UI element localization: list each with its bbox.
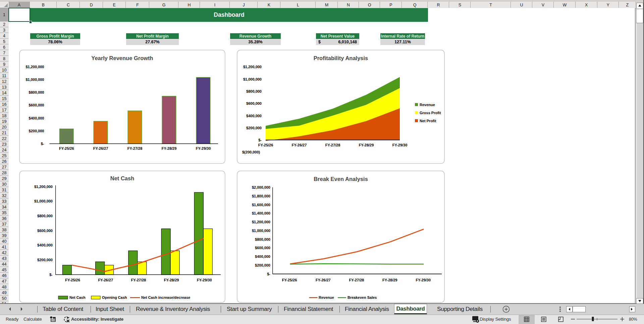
svg-text:$1,400,000: $1,400,000 [252, 211, 270, 215]
svg-text:$600,000: $600,000 [255, 246, 270, 250]
svg-text:$1,800,000: $1,800,000 [252, 194, 270, 198]
svg-text:$200,000: $200,000 [246, 126, 262, 130]
svg-text:Yearly Revenue Growth: Yearly Revenue Growth [91, 55, 153, 61]
svg-text:FY-27/28: FY-27/28 [349, 278, 364, 282]
svg-text:Net Profit: Net Profit [420, 119, 436, 123]
svg-text:FY-26/27: FY-26/27 [93, 146, 108, 150]
svg-text:$1,600,000: $1,600,000 [252, 203, 270, 207]
svg-text:FY-29/30: FY-29/30 [392, 143, 408, 147]
svg-text:FY-28/29: FY-28/29 [164, 278, 179, 282]
svg-text:$-: $- [49, 273, 53, 277]
svg-text:Net Cash: Net Cash [69, 295, 86, 299]
svg-text:$800,000: $800,000 [246, 89, 262, 93]
svg-text:$200,000: $200,000 [29, 129, 44, 133]
svg-text:FY-26/27: FY-26/27 [316, 278, 331, 282]
svg-text:$1,000,000: $1,000,000 [243, 77, 262, 81]
svg-text:Revenue: Revenue [420, 103, 435, 107]
svg-text:$400,000: $400,000 [255, 254, 270, 259]
svg-text:Revenue: Revenue [319, 295, 334, 299]
svg-text:FY-26/27: FY-26/27 [98, 278, 113, 282]
svg-text:$-: $- [41, 142, 44, 146]
svg-text:$400,000: $400,000 [246, 114, 262, 118]
svg-text:FY-28/29: FY-28/29 [382, 278, 397, 282]
svg-text:$800,000: $800,000 [255, 237, 270, 241]
svg-text:FY-26/27: FY-26/27 [292, 143, 307, 147]
svg-text:FY-28/29: FY-28/29 [359, 143, 374, 147]
svg-text:FY-29/30: FY-29/30 [197, 278, 212, 282]
svg-text:$-: $- [267, 272, 270, 276]
svg-text:Net Cash increase/decrease: Net Cash increase/decrease [141, 295, 190, 299]
svg-text:$1,000,000: $1,000,000 [34, 199, 53, 203]
svg-text:$400,000: $400,000 [29, 116, 44, 120]
svg-text:$1,000,000: $1,000,000 [25, 78, 44, 82]
svg-text:FY-29/30: FY-29/30 [416, 278, 431, 282]
svg-text:$400,000: $400,000 [37, 243, 53, 247]
svg-text:$1,200,000: $1,200,000 [25, 65, 44, 69]
svg-text:$800,000: $800,000 [29, 90, 44, 94]
svg-text:Gross Profit: Gross Profit [420, 111, 441, 115]
svg-text:Breakeven Sales: Breakeven Sales [347, 295, 377, 299]
svg-text:Opening Cash: Opening Cash [102, 295, 127, 299]
svg-text:$600,000: $600,000 [29, 103, 44, 107]
svg-text:$600,000: $600,000 [246, 101, 262, 105]
svg-text:$1,200,000: $1,200,000 [252, 220, 270, 224]
svg-text:FY-27/28: FY-27/28 [131, 278, 146, 282]
svg-text:FY-25/26: FY-25/26 [282, 278, 297, 282]
svg-text:$(200,000): $(200,000) [242, 150, 260, 154]
svg-text:FY-29/30: FY-29/30 [196, 146, 211, 150]
svg-text:$2,000,000: $2,000,000 [252, 185, 270, 189]
svg-text:$600,000: $600,000 [37, 229, 53, 233]
svg-text:$1,200,000: $1,200,000 [34, 185, 53, 189]
svg-text:$200,000: $200,000 [37, 258, 53, 262]
svg-text:FY-25/26: FY-25/26 [59, 146, 74, 150]
svg-text:Break Even Analysis: Break Even Analysis [314, 176, 368, 182]
svg-text:$1,200,000: $1,200,000 [243, 65, 262, 69]
svg-text:$200,000: $200,000 [255, 263, 270, 267]
svg-text:FY-25/26: FY-25/26 [65, 278, 80, 282]
svg-text:FY-25/26: FY-25/26 [258, 143, 273, 147]
svg-text:$-: $- [258, 138, 262, 142]
svg-text:Profitability Analysis: Profitability Analysis [314, 55, 368, 61]
svg-text:$1,000,000: $1,000,000 [252, 229, 270, 233]
svg-text:Net Cash: Net Cash [110, 175, 135, 181]
svg-text:FY-27/28: FY-27/28 [325, 143, 340, 147]
svg-text:$800,000: $800,000 [37, 214, 53, 218]
svg-text:FY-28/29: FY-28/29 [162, 146, 177, 150]
svg-text:FY-27/28: FY-27/28 [127, 146, 143, 150]
